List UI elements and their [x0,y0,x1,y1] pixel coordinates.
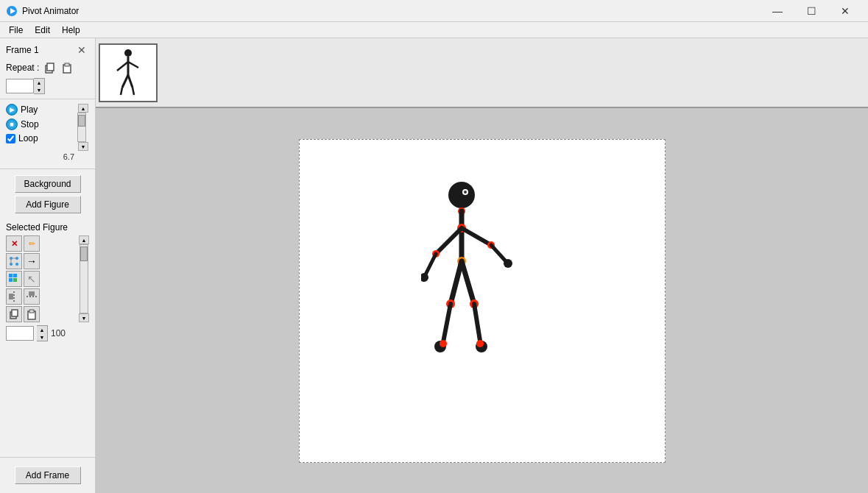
scale-input[interactable]: 100 [6,326,34,341]
right-lower-leg [474,304,480,341]
add-frame-button[interactable]: Add Frame [15,467,81,484]
fps-scrollbar[interactable] [77,113,86,142]
head [448,182,475,208]
frame-close-button[interactable]: ✕ [74,43,89,57]
fps-thumb [78,115,85,127]
right-hand [504,259,512,268]
repeat-increment[interactable]: ▲ [34,79,44,86]
repeat-label: Repeat : [6,63,39,73]
menu-edit[interactable]: Edit [29,24,56,37]
svg-rect-17 [9,294,13,299]
menu-file[interactable]: File [3,24,29,37]
grid-button[interactable] [6,271,22,287]
paste-figure-button[interactable] [24,306,40,322]
add-figure-button[interactable]: Add Figure [15,196,81,213]
stop-icon: ■ [6,118,18,130]
toolbar-row-5 [6,306,77,322]
background-button[interactable]: Background [15,175,81,193]
left-upper-arm [436,228,462,254]
play-label[interactable]: Play [21,104,38,115]
scale-spinner-buttons: ▲ ▼ [37,325,48,341]
fps-scroll-up[interactable]: ▲ [78,104,88,113]
frame-row: Frame 1 ✕ [6,43,89,57]
scale-decrement[interactable]: ▼ [37,333,47,341]
right-upper-leg [462,261,474,304]
loop-checkbox[interactable] [6,134,15,143]
figure-scroll-up[interactable]: ▲ [79,235,89,244]
right-upper-arm [462,228,491,245]
repeat-decrement[interactable]: ▼ [34,86,44,93]
titlebar-left: Pivot Animator [6,5,79,17]
menu-help[interactable]: Help [56,24,86,37]
maximize-button[interactable]: ☐ [794,0,828,22]
frame-strip [96,38,868,108]
loop-label: Loop [18,133,38,143]
toolbar-row-4 [6,288,77,305]
stickfigure[interactable] [421,180,517,386]
svg-rect-23 [12,310,18,316]
canvas-area [96,38,868,493]
svg-rect-14 [9,278,13,282]
figure-scroll-down[interactable]: ▼ [79,313,89,322]
stop-label[interactable]: Stop [21,119,39,130]
frame-label: Frame 1 [6,45,39,55]
svg-line-33 [133,88,134,95]
pupil [464,191,467,194]
app-icon [6,5,18,17]
toolbar-row-3: ↖ [6,271,77,287]
play-icon: ▶ [6,104,18,116]
stop-row: ■ Stop [6,118,74,130]
svg-line-32 [121,88,122,95]
app-title: Pivot Animator [22,6,79,16]
frame-thumbnail[interactable] [99,43,158,102]
copy-frame-button[interactable] [42,60,57,75]
close-button[interactable]: ✕ [828,0,862,22]
svg-rect-25 [29,310,34,313]
fps-display: 6.7 [6,152,89,161]
figure-scrollbar[interactable] [80,244,88,313]
titlebar: Pivot Animator — ☐ ✕ [0,0,868,22]
right-lower-arm [491,245,506,261]
minimize-button[interactable]: — [761,0,794,22]
figure-toolbar: ✕ ✏ [6,235,89,322]
svg-line-29 [128,62,138,68]
repeat-spinner-buttons: ▲ ▼ [34,78,45,94]
pointer-button[interactable]: ↖ [24,271,40,287]
loop-row: Loop [6,133,74,143]
left-panel: Frame 1 ✕ Repeat : [0,38,96,493]
thumbnail-svg [106,47,150,99]
paste-frame-button[interactable] [60,60,74,75]
toolbar-row-2: → [6,253,77,269]
toolbar-row-1: ✕ ✏ [6,235,77,252]
svg-rect-13 [13,274,17,277]
flip-h-button[interactable] [6,288,22,305]
controls-section: ▶ Play ■ Stop Loop ▲ [0,99,95,169]
menubar: File Edit Help [0,22,868,38]
left-lower-leg [443,304,451,342]
background-section: Background Add Figure [0,169,95,219]
titlebar-controls: — ☐ ✕ [761,0,862,22]
copy-figure-button[interactable] [6,306,22,322]
repeat-input[interactable]: 1 [6,79,34,93]
play-row: ▶ Play [6,104,74,116]
scale-increment[interactable]: ▲ [37,326,47,333]
main-layout: Frame 1 ✕ Repeat : [0,38,868,493]
left-lower-arm [425,254,436,276]
selected-figure-section: Selected Figure ✕ ✏ [0,219,95,457]
canvas-background [299,139,666,463]
move-figure-button[interactable]: → [24,253,40,269]
svg-rect-3 [47,63,54,71]
drawing-area[interactable] [96,108,868,493]
svg-rect-12 [9,274,13,277]
scale-display: 100 [51,328,66,338]
repeat-row: Repeat : [6,60,89,75]
edit-figure-button[interactable]: ✏ [24,235,40,252]
fps-scroll-down[interactable]: ▼ [78,142,88,151]
add-nodes-button[interactable] [6,253,22,269]
left-ankle-joint [440,340,447,347]
svg-rect-20 [29,291,35,296]
delete-figure-button[interactable]: ✕ [6,235,22,252]
left-upper-leg [451,261,462,304]
add-frame-section: Add Frame [0,457,95,493]
flip-v-button[interactable] [24,288,40,305]
